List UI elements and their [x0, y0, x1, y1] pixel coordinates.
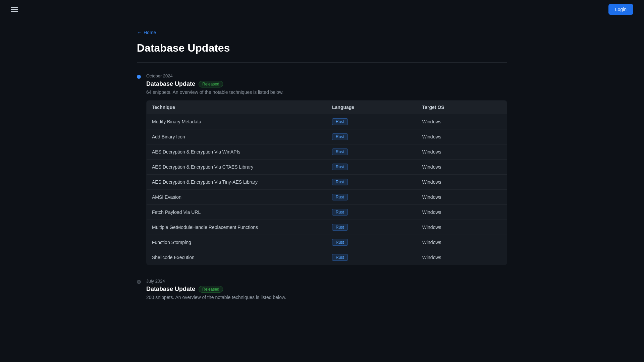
- update-date: October 2024: [146, 73, 507, 78]
- table-row: Function Stomping Rust Windows: [147, 235, 507, 250]
- technique-cell: Fetch Payload Via URL: [147, 205, 327, 220]
- main-content: ← Home Database Updates October 2024 Dat…: [121, 19, 523, 329]
- divider: [137, 62, 507, 63]
- language-cell: Rust: [327, 175, 417, 190]
- language-badge: Rust: [332, 118, 348, 125]
- hamburger-menu[interactable]: [11, 7, 18, 12]
- technique-cell: Function Stomping: [147, 235, 327, 250]
- language-cell: Rust: [327, 190, 417, 205]
- techniques-table: Technique Language Target OS Modify Bina…: [146, 100, 507, 265]
- table-row: Multiple GetModuleHandle Replacement Fun…: [147, 220, 507, 235]
- update-title: Database Update: [146, 80, 195, 87]
- technique-cell: Add Binary Icon: [147, 129, 327, 144]
- update-description: 200 snippets. An overview of the notable…: [146, 295, 507, 300]
- os-cell: Windows: [417, 250, 507, 265]
- timeline-content: October 2024 Database Update Released 64…: [146, 73, 507, 265]
- language-cell: Rust: [327, 235, 417, 250]
- language-badge: Rust: [332, 224, 348, 231]
- technique-cell: Multiple GetModuleHandle Replacement Fun…: [147, 220, 327, 235]
- language-badge: Rust: [332, 209, 348, 216]
- timeline-dot-col: [137, 279, 141, 305]
- update-header: Database Update Released: [146, 286, 507, 293]
- os-cell: Windows: [417, 160, 507, 175]
- table-row: AMSI Evasion Rust Windows: [147, 190, 507, 205]
- technique-cell: AES Decryption & Encryption Via CTAES Li…: [147, 160, 327, 175]
- timeline-dot: [137, 75, 141, 79]
- updates-list: October 2024 Database Update Released 64…: [137, 73, 507, 305]
- os-cell: Windows: [417, 114, 507, 129]
- os-cell: Windows: [417, 144, 507, 160]
- language-cell: Rust: [327, 129, 417, 144]
- home-link[interactable]: Home: [144, 30, 156, 35]
- table-row: AES Decryption & Encryption Via CTAES Li…: [147, 160, 507, 175]
- technique-cell: Shellcode Execution: [147, 250, 327, 265]
- update-title: Database Update: [146, 286, 195, 293]
- os-cell: Windows: [417, 220, 507, 235]
- language-badge: Rust: [332, 254, 348, 261]
- technique-cell: AMSI Evasion: [147, 190, 327, 205]
- technique-cell: AES Decryption & Encryption Via Tiny-AES…: [147, 175, 327, 190]
- technique-cell: AES Decryption & Encryption Via WinAPIs: [147, 144, 327, 160]
- status-badge: Released: [199, 81, 223, 87]
- table-row: Fetch Payload Via URL Rust Windows: [147, 205, 507, 220]
- login-button[interactable]: Login: [608, 4, 633, 15]
- os-cell: Windows: [417, 190, 507, 205]
- status-badge: Released: [199, 286, 223, 293]
- breadcrumb: ← Home: [137, 30, 507, 35]
- table-row: AES Decryption & Encryption Via Tiny-AES…: [147, 175, 507, 190]
- update-description: 64 snippets. An overview of the notable …: [146, 89, 507, 95]
- os-cell: Windows: [417, 205, 507, 220]
- back-arrow-icon: ←: [137, 30, 142, 35]
- language-cell: Rust: [327, 144, 417, 160]
- language-badge: Rust: [332, 164, 348, 170]
- page-title: Database Updates: [137, 42, 507, 54]
- language-cell: Rust: [327, 114, 417, 129]
- timeline-dot-col: [137, 73, 141, 265]
- timeline-content: July 2024 Database Update Released 200 s…: [146, 279, 507, 305]
- update-header: Database Update Released: [146, 80, 507, 87]
- technique-cell: Modify Binary Metadata: [147, 114, 327, 129]
- language-cell: Rust: [327, 250, 417, 265]
- table-row: Shellcode Execution Rust Windows: [147, 250, 507, 265]
- timeline-item: October 2024 Database Update Released 64…: [137, 73, 507, 265]
- os-cell: Windows: [417, 235, 507, 250]
- language-badge: Rust: [332, 194, 348, 200]
- table-row: AES Decryption & Encryption Via WinAPIs …: [147, 144, 507, 160]
- timeline-item: July 2024 Database Update Released 200 s…: [137, 279, 507, 305]
- navbar: Login: [0, 0, 644, 19]
- language-cell: Rust: [327, 205, 417, 220]
- language-badge: Rust: [332, 148, 348, 155]
- os-cell: Windows: [417, 175, 507, 190]
- language-cell: Rust: [327, 160, 417, 175]
- col-header-technique: Technique: [147, 101, 327, 114]
- language-cell: Rust: [327, 220, 417, 235]
- table-header-row: Technique Language Target OS: [147, 101, 507, 114]
- language-badge: Rust: [332, 179, 348, 185]
- language-badge: Rust: [332, 239, 348, 246]
- col-header-os: Target OS: [417, 101, 507, 114]
- col-header-language: Language: [327, 101, 417, 114]
- table-row: Add Binary Icon Rust Windows: [147, 129, 507, 144]
- table-row: Modify Binary Metadata Rust Windows: [147, 114, 507, 129]
- timeline-dot: [137, 280, 141, 284]
- language-badge: Rust: [332, 133, 348, 140]
- os-cell: Windows: [417, 129, 507, 144]
- update-date: July 2024: [146, 279, 507, 284]
